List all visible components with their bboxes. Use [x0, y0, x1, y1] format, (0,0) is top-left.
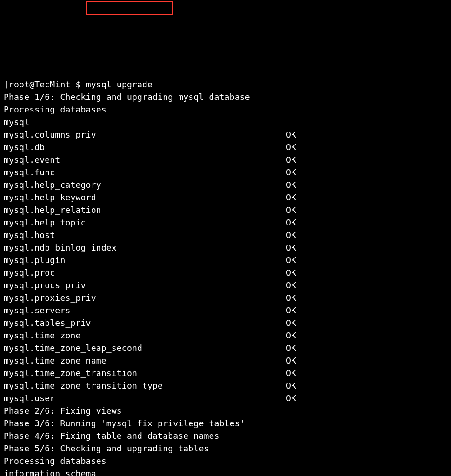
- table-row: mysql.help_relation OK: [4, 204, 447, 216]
- table-status: mysql.tables_priv OK: [4, 318, 296, 328]
- table-row: mysql.db OK: [4, 141, 447, 153]
- table-status: mysql.plugin OK: [4, 255, 296, 265]
- table-status: mysql.time_zone OK: [4, 331, 296, 340]
- phase-5-text: Phase 5/6: Checking and upgrading tables: [4, 443, 209, 453]
- table-status: mysql.event OK: [4, 155, 296, 165]
- command-input[interactable]: mysql_upgrade: [86, 79, 153, 89]
- phase-5: Phase 5/6: Checking and upgrading tables: [4, 442, 447, 455]
- table-row: mysql.help_category OK: [4, 178, 447, 191]
- table-row: mysql.time_zone_name OK: [4, 354, 447, 367]
- table-row: mysql.proc OK: [4, 266, 447, 279]
- table-row: mysql.host OK: [4, 229, 447, 241]
- table-row: mysql.event OK: [4, 153, 447, 166]
- table-row: mysql.user OK: [4, 392, 447, 404]
- table-row: mysql.time_zone_transition OK: [4, 367, 447, 379]
- processing-2: Processing databases: [4, 455, 447, 467]
- table-status: mysql.servers OK: [4, 305, 296, 315]
- table-status: mysql.columns_priv OK: [4, 130, 296, 139]
- table-row: mysql.columns_priv OK: [4, 128, 447, 141]
- prompt-user: root@TecMint: [9, 79, 70, 89]
- processing-text: Processing databases: [4, 105, 106, 114]
- table-row: mysql.time_zone_transition_type OK: [4, 379, 447, 392]
- table-status: mysql.time_zone_leap_second OK: [4, 343, 296, 353]
- prompt-symbol: $: [71, 79, 86, 89]
- phase-4: Phase 4/6: Fixing table and database nam…: [4, 430, 447, 442]
- schema-1: information_schema: [4, 467, 447, 476]
- table-status: mysql.func OK: [4, 167, 296, 177]
- terminal-output[interactable]: [root@TecMint $ mysql_upgradePhase 1/6: …: [4, 78, 447, 476]
- phase-4-text: Phase 4/6: Fixing table and database nam…: [4, 431, 219, 441]
- table-row: mysql.func OK: [4, 166, 447, 178]
- processing-1: Processing databases: [4, 103, 447, 116]
- table-status: mysql.help_category OK: [4, 180, 296, 190]
- table-row: mysql.help_keyword OK: [4, 191, 447, 204]
- table-status: mysql.db OK: [4, 142, 296, 152]
- table-status: mysql.procs_priv OK: [4, 280, 296, 290]
- table-status: mysql.ndb_binlog_index OK: [4, 243, 296, 252]
- phase-1-text: Phase 1/6: Checking and upgrading mysql …: [4, 92, 250, 102]
- schema-name: information_schema: [4, 469, 96, 476]
- phase-2: Phase 2/6: Fixing views: [4, 404, 447, 417]
- table-status: mysql.help_keyword OK: [4, 192, 296, 202]
- table-row: mysql.ndb_binlog_index OK: [4, 241, 447, 254]
- phase-1: Phase 1/6: Checking and upgrading mysql …: [4, 91, 447, 103]
- table-status: mysql.time_zone_name OK: [4, 356, 296, 365]
- table-status: mysql.time_zone_transition_type OK: [4, 381, 296, 390]
- table-row: mysql.proxies_priv OK: [4, 291, 447, 304]
- processing-text: Processing databases: [4, 456, 106, 466]
- prompt-bracket: [: [4, 79, 9, 89]
- table-row: mysql.time_zone OK: [4, 329, 447, 342]
- phase-2-text: Phase 2/6: Fixing views: [4, 406, 122, 416]
- phase-3: Phase 3/6: Running 'mysql_fix_privilege_…: [4, 417, 447, 430]
- table-row: mysql.procs_priv OK: [4, 279, 447, 291]
- phase-3-text: Phase 3/6: Running 'mysql_fix_privilege_…: [4, 418, 245, 428]
- db-header: mysql: [4, 116, 447, 128]
- table-status: mysql.user OK: [4, 393, 296, 403]
- table-status: mysql.time_zone_transition OK: [4, 368, 296, 378]
- table-status: mysql.help_topic OK: [4, 218, 296, 227]
- table-status: mysql.host OK: [4, 230, 296, 240]
- prompt-line-1: [root@TecMint $ mysql_upgrade: [4, 78, 447, 91]
- table-row: mysql.servers OK: [4, 304, 447, 317]
- table-row: mysql.tables_priv OK: [4, 317, 447, 329]
- table-status: mysql.proxies_priv OK: [4, 293, 296, 303]
- table-row: mysql.help_topic OK: [4, 216, 447, 229]
- table-row: mysql.plugin OK: [4, 254, 447, 266]
- table-status: mysql.proc OK: [4, 268, 296, 278]
- table-row: mysql.time_zone_leap_second OK: [4, 342, 447, 354]
- table-status: mysql.help_relation OK: [4, 205, 296, 215]
- command-highlight-box: [86, 1, 173, 15]
- db-name: mysql: [4, 117, 29, 127]
